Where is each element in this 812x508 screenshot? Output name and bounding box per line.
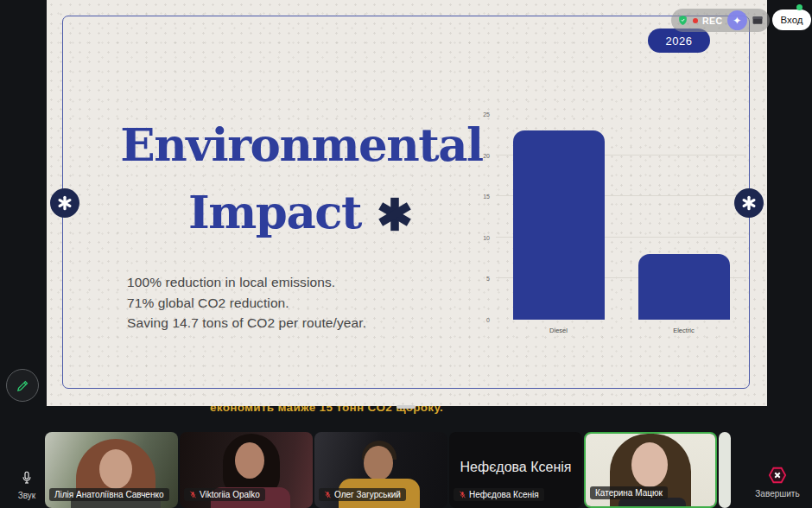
mic-label: Звук bbox=[7, 491, 47, 500]
bullet-line: Saving 14.7 tons of CO2 per route/year. bbox=[127, 313, 366, 333]
clapperboard-icon[interactable] bbox=[752, 15, 764, 26]
screen-share-slide: 2026 Environmental Impact 100% reduction… bbox=[47, 0, 767, 406]
bar-diesel bbox=[513, 130, 605, 320]
x-label-electric: Electric bbox=[621, 323, 746, 335]
person-silhouette bbox=[99, 449, 132, 489]
video-strip: Лілія Анатоліївна Савченко Viktoriia Opa… bbox=[45, 432, 731, 508]
end-call-hexagon-icon bbox=[768, 466, 787, 485]
participant-name-label: Олег Загурський bbox=[319, 488, 406, 501]
person-silhouette bbox=[364, 446, 393, 480]
slide-bullet-list: 100% reduction in local emissions. 71% g… bbox=[127, 272, 366, 333]
year-badge: 2026 bbox=[648, 29, 710, 53]
login-button[interactable]: Вход bbox=[772, 10, 811, 30]
annotate-pencil-button[interactable] bbox=[6, 369, 39, 402]
asterisk-icon bbox=[375, 194, 415, 234]
asterisk-medallion-right bbox=[734, 188, 764, 218]
participant-tile[interactable]: Viktoriia Opalko bbox=[180, 432, 313, 508]
sparkle-ai-button[interactable]: ✦ bbox=[727, 10, 747, 30]
bar-slot bbox=[621, 114, 746, 320]
participant-name-label: Лілія Анатоліївна Савченко bbox=[49, 488, 169, 501]
pencil-icon bbox=[16, 378, 30, 393]
chart-plot bbox=[496, 114, 746, 320]
chart-x-labels: Diesel Electric bbox=[496, 323, 746, 335]
participant-tile[interactable]: Олег Загурський bbox=[314, 432, 447, 508]
participant-tile-partial[interactable] bbox=[719, 432, 731, 508]
connection-status-dot bbox=[796, 4, 802, 10]
asterisk-icon bbox=[56, 194, 73, 212]
chart-y-axis: 0510152025 bbox=[475, 114, 492, 320]
participant-name-label: Нефєдова Ксенія bbox=[454, 488, 544, 501]
person-silhouette bbox=[631, 442, 668, 487]
bar-slot bbox=[496, 114, 621, 320]
person-silhouette bbox=[235, 442, 264, 479]
participant-name-label: Катерина Мацюк bbox=[590, 486, 668, 499]
end-call-label: Завершить bbox=[748, 489, 807, 498]
emissions-bar-chart: 0510152025 Diesel Electric bbox=[475, 107, 753, 335]
shield-icon[interactable] bbox=[677, 15, 688, 26]
bullet-line: 100% reduction in local emissions. bbox=[127, 272, 366, 293]
bar-electric bbox=[638, 254, 730, 320]
mic-off-icon bbox=[324, 490, 332, 499]
recording-status-pill: REC ✦ bbox=[671, 9, 770, 32]
end-call-control[interactable]: Завершить bbox=[748, 466, 807, 498]
participant-tile[interactable]: Нефєдова Ксенія Нефєдова Ксенія bbox=[449, 432, 582, 508]
asterisk-icon bbox=[740, 194, 758, 212]
slide-title-line2: Impact bbox=[71, 178, 532, 245]
mic-icon bbox=[20, 469, 34, 486]
bullet-line: 71% global CO2 reduction. bbox=[127, 293, 366, 314]
participant-tile[interactable]: Лілія Анатоліївна Савченко bbox=[45, 432, 178, 508]
x-label-diesel: Diesel bbox=[496, 323, 621, 335]
mic-off-icon bbox=[459, 490, 466, 499]
mic-control[interactable]: Звук bbox=[7, 469, 47, 500]
rec-label: REC bbox=[702, 16, 723, 26]
camera-off-display-name: Нефєдова Ксенія bbox=[449, 460, 582, 475]
slide-title: Environmental Impact bbox=[71, 111, 532, 246]
year-badge-label: 2026 bbox=[666, 35, 693, 48]
meeting-window: 2026 Environmental Impact 100% reduction… bbox=[0, 0, 812, 508]
mic-off-icon bbox=[189, 490, 197, 499]
participant-tile-active-speaker[interactable]: Катерина Мацюк bbox=[584, 432, 717, 508]
rec-dot-icon bbox=[693, 18, 698, 23]
participant-name-label: Viktoriia Opalko bbox=[184, 488, 265, 501]
asterisk-medallion-left bbox=[50, 188, 79, 218]
panel-drag-handle[interactable] bbox=[396, 405, 416, 409]
slide-title-line1: Environmental bbox=[71, 111, 532, 178]
